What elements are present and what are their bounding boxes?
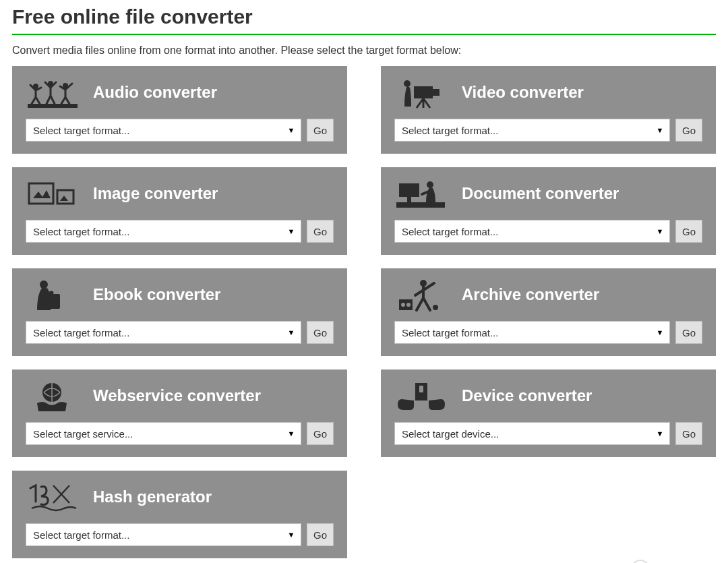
device-icon <box>394 379 455 413</box>
chevron-down-icon: ▼ <box>650 429 669 438</box>
select-document[interactable]: Select target format...▼ <box>394 220 670 243</box>
card-title-archive: Archive converter <box>462 285 599 304</box>
converter-card-device: Device converterSelect target device...▼… <box>381 369 716 457</box>
go-button-webservice[interactable]: Go <box>307 422 334 445</box>
select-video[interactable]: Select target format...▼ <box>394 119 670 142</box>
go-button-audio[interactable]: Go <box>307 119 334 142</box>
card-title-device: Device converter <box>462 386 592 405</box>
card-title-video: Video converter <box>462 83 584 102</box>
converter-card-archive: Archive converterSelect target format...… <box>381 268 716 356</box>
converter-card-video: Video converterSelect target format...▼G… <box>381 66 716 154</box>
converter-card-image: Image converterSelect target format...▼G… <box>12 167 347 255</box>
audio-icon <box>26 76 86 109</box>
select-archive[interactable]: Select target format...▼ <box>394 321 670 344</box>
watermark-badge-icon: 值 <box>631 560 650 563</box>
select-text-device: Select target device... <box>395 428 650 440</box>
go-button-ebook[interactable]: Go <box>307 321 334 344</box>
chevron-down-icon: ▼ <box>282 126 301 134</box>
select-audio[interactable]: Select target format...▼ <box>26 119 301 142</box>
select-text-webservice: Select target service... <box>26 428 282 440</box>
converter-card-ebook: Ebook converterSelect target format...▼G… <box>12 268 347 356</box>
converter-card-hash: Hash generatorSelect target format...▼Go <box>12 471 347 558</box>
select-text-archive: Select target format... <box>395 327 650 338</box>
select-text-video: Select target format... <box>395 125 650 136</box>
select-text-audio: Select target format... <box>26 125 282 136</box>
select-image[interactable]: Select target format...▼ <box>26 220 301 243</box>
chevron-down-icon: ▼ <box>282 429 301 438</box>
go-button-device[interactable]: Go <box>675 422 702 445</box>
video-icon <box>394 76 455 109</box>
card-title-audio: Audio converter <box>93 83 217 102</box>
title-divider <box>12 34 716 35</box>
card-title-document: Document converter <box>462 184 619 203</box>
hash-icon <box>26 480 86 514</box>
archive-icon <box>394 278 455 312</box>
go-button-image[interactable]: Go <box>307 220 334 243</box>
watermark: 值 什么值得买 <box>631 560 715 563</box>
select-text-hash: Select target format... <box>26 529 282 541</box>
image-icon <box>26 177 86 210</box>
document-icon <box>394 177 455 210</box>
select-text-ebook: Select target format... <box>26 327 282 338</box>
select-text-image: Select target format... <box>26 226 282 237</box>
go-button-video[interactable]: Go <box>675 119 702 142</box>
page-title: Free online file converter <box>12 5 716 28</box>
ebook-icon <box>26 278 86 312</box>
chevron-down-icon: ▼ <box>650 227 669 235</box>
webservice-icon <box>26 379 86 413</box>
chevron-down-icon: ▼ <box>650 328 669 336</box>
card-title-webservice: Webservice converter <box>93 386 261 405</box>
select-hash[interactable]: Select target format...▼ <box>26 523 301 546</box>
chevron-down-icon: ▼ <box>282 531 301 539</box>
chevron-down-icon: ▼ <box>282 328 301 336</box>
go-button-hash[interactable]: Go <box>307 523 334 546</box>
card-title-ebook: Ebook converter <box>93 285 220 304</box>
converter-card-document: Document converterSelect target format..… <box>381 167 716 255</box>
converter-card-audio: Audio converterSelect target format...▼G… <box>12 66 347 154</box>
intro-text: Convert media files online from one form… <box>12 45 716 57</box>
select-ebook[interactable]: Select target format...▼ <box>26 321 301 344</box>
select-webservice[interactable]: Select target service...▼ <box>26 422 301 445</box>
chevron-down-icon: ▼ <box>282 227 301 235</box>
card-title-hash: Hash generator <box>93 487 212 506</box>
go-button-document[interactable]: Go <box>675 220 702 243</box>
select-text-document: Select target format... <box>395 226 650 237</box>
chevron-down-icon: ▼ <box>650 126 669 134</box>
go-button-archive[interactable]: Go <box>675 321 702 344</box>
select-device[interactable]: Select target device...▼ <box>394 422 670 445</box>
card-title-image: Image converter <box>93 184 218 203</box>
converter-card-webservice: Webservice converterSelect target servic… <box>12 369 347 457</box>
converter-grid: Audio converterSelect target format...▼G… <box>12 66 716 558</box>
